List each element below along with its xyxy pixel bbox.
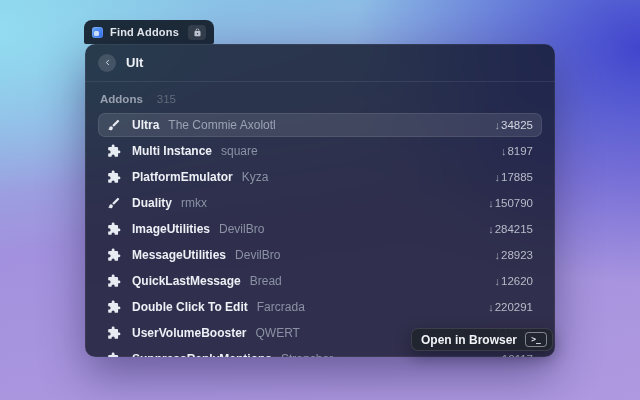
addon-downloads: ↓150790 bbox=[488, 197, 533, 209]
puzzle-icon bbox=[107, 144, 121, 158]
addon-row[interactable]: Double Click To Edit Farcrada ↓220291 bbox=[98, 295, 542, 319]
addon-name: QuickLastMessage bbox=[132, 274, 241, 288]
addons-list-section: Addons 315 Ultra The Commie Axolotl ↓348… bbox=[85, 82, 555, 357]
back-button[interactable] bbox=[98, 54, 116, 72]
list-count-badge: 315 bbox=[157, 93, 176, 105]
puzzle-icon bbox=[107, 326, 121, 340]
addon-store-icon bbox=[92, 27, 103, 38]
addon-row[interactable]: MessageUtilities DevilBro ↓28923 bbox=[98, 243, 542, 267]
addon-row[interactable]: QuickLastMessage Bread ↓12620 bbox=[98, 269, 542, 293]
terminal-key-icon: >_ bbox=[525, 332, 547, 347]
download-arrow-icon: ↓ bbox=[495, 249, 501, 261]
brush-icon bbox=[107, 118, 121, 132]
list-header: Addons 315 bbox=[100, 93, 542, 105]
addon-row[interactable]: ImageUtilities DevilBro ↓284215 bbox=[98, 217, 542, 241]
addon-name: Multi Instance bbox=[132, 144, 212, 158]
open-in-browser-hint[interactable]: Open in Browser >_ bbox=[411, 328, 553, 351]
puzzle-icon bbox=[107, 222, 121, 236]
puzzle-icon bbox=[107, 248, 121, 262]
puzzle-icon bbox=[107, 170, 121, 184]
download-arrow-icon: ↓ bbox=[495, 353, 501, 357]
addon-downloads: ↓284215 bbox=[488, 223, 533, 235]
addon-row[interactable]: PlatformEmulator Kyza ↓17885 bbox=[98, 165, 542, 189]
addon-name: ImageUtilities bbox=[132, 222, 210, 236]
addon-author: Bread bbox=[250, 274, 282, 288]
addon-author: The Commie Axolotl bbox=[168, 118, 275, 132]
download-arrow-icon: ↓ bbox=[501, 145, 507, 157]
addon-downloads: ↓17885 bbox=[495, 171, 533, 183]
addon-downloads: ↓8197 bbox=[501, 145, 533, 157]
addon-name: PlatformEmulator bbox=[132, 170, 233, 184]
addon-list: Ultra The Commie Axolotl ↓34825 Multi In… bbox=[98, 113, 542, 357]
addon-name: Double Click To Edit bbox=[132, 300, 248, 314]
puzzle-icon bbox=[107, 300, 121, 314]
find-addons-tab[interactable]: Find Addons bbox=[84, 20, 214, 44]
addon-downloads: ↓12620 bbox=[495, 275, 533, 287]
addon-name: Duality bbox=[132, 196, 172, 210]
window-header: Ult bbox=[85, 44, 555, 82]
addon-author: QWERT bbox=[255, 326, 299, 340]
addon-name: MessageUtilities bbox=[132, 248, 226, 262]
addon-downloads: ↓28923 bbox=[495, 249, 533, 261]
addon-name: SuppressReplyMentions bbox=[132, 352, 272, 357]
addon-downloads: ↓34825 bbox=[495, 119, 533, 131]
download-arrow-icon: ↓ bbox=[495, 275, 501, 287]
find-addons-label: Find Addons bbox=[110, 26, 179, 38]
list-title: Addons bbox=[100, 93, 143, 105]
addon-author: Farcrada bbox=[257, 300, 305, 314]
download-arrow-icon: ↓ bbox=[495, 119, 501, 131]
find-addons-window: Ult Addons 315 Ultra The Commie Axolotl … bbox=[85, 44, 555, 357]
addon-name: UserVolumeBooster bbox=[132, 326, 246, 340]
puzzle-icon bbox=[107, 274, 121, 288]
download-arrow-icon: ↓ bbox=[488, 223, 494, 235]
desktop-background: Find Addons Ult Addons 315 Ultra The Com… bbox=[0, 0, 640, 400]
brush-icon bbox=[107, 196, 121, 210]
addon-name: Ultra bbox=[132, 118, 159, 132]
addon-author: Kyza bbox=[242, 170, 269, 184]
addon-downloads: ↓220291 bbox=[488, 301, 533, 313]
addon-row[interactable]: Ultra The Commie Axolotl ↓34825 bbox=[98, 113, 542, 137]
addon-author: DevilBro bbox=[235, 248, 280, 262]
download-arrow-icon: ↓ bbox=[495, 171, 501, 183]
addon-author: rmkx bbox=[181, 196, 207, 210]
addon-row[interactable]: Multi Instance square ↓8197 bbox=[98, 139, 542, 163]
addon-row[interactable]: Duality rmkx ↓150790 bbox=[98, 191, 542, 215]
addon-author: square bbox=[221, 144, 258, 158]
addon-downloads: ↓10117 bbox=[495, 353, 533, 357]
puzzle-icon bbox=[107, 352, 121, 357]
addon-author: Strencher bbox=[281, 352, 333, 357]
addon-author: DevilBro bbox=[219, 222, 264, 236]
lock-icon bbox=[188, 25, 206, 40]
download-arrow-icon: ↓ bbox=[488, 301, 494, 313]
chevron-left-icon bbox=[103, 58, 112, 67]
open-in-browser-label: Open in Browser bbox=[421, 333, 517, 347]
download-arrow-icon: ↓ bbox=[488, 197, 494, 209]
search-query[interactable]: Ult bbox=[126, 55, 143, 70]
